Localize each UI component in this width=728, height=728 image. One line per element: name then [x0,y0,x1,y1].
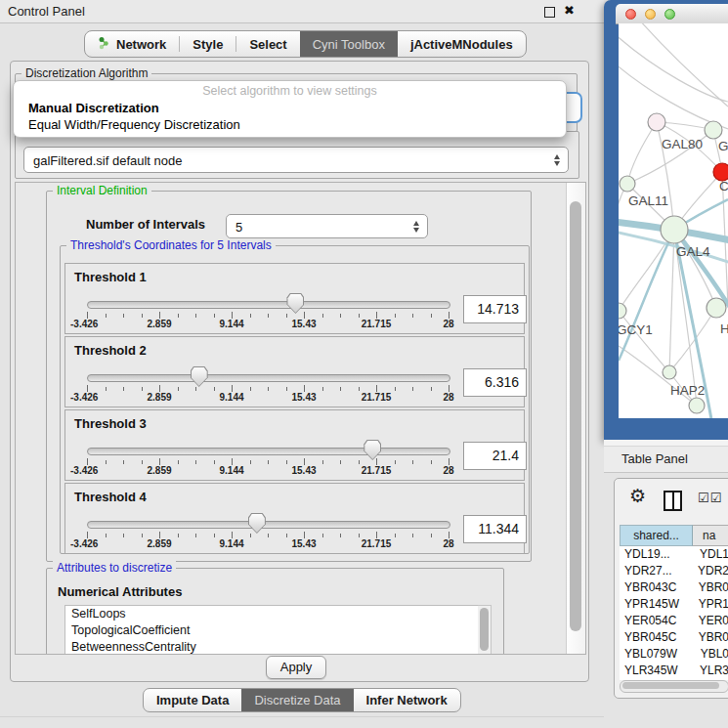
zoom-traffic-light-icon[interactable] [664,9,675,20]
network-node-gal11[interactable] [620,176,635,192]
threshold-value-field[interactable]: 6.316 [463,368,527,397]
tick-mark [195,460,196,464]
threshold-slider-track[interactable] [87,448,450,455]
checkbox-columns-icon[interactable]: ☑☑ [698,491,722,505]
network-node-gcy1[interactable] [619,303,626,319]
tab-infer-network[interactable]: Infer Network [354,689,460,711]
attribute-list-item[interactable]: TopologicalCoefficient [65,622,479,639]
tick-mark [195,534,196,537]
cell-shared-name[interactable]: YBL079W [620,646,693,663]
close-traffic-light-icon[interactable] [625,9,636,20]
network-node[interactable] [689,398,705,413]
network-node-gal[interactable] [705,121,722,139]
cell-shared-name[interactable]: YDL19... [620,546,692,563]
number-of-intervals-combobox[interactable]: 5 [226,214,428,238]
tick-mark [232,458,233,465]
network-canvas[interactable]: GAL80GALCGAL11GAL4GCY1HHAP2 [619,23,728,418]
cell-name[interactable]: YER0 [691,613,728,629]
network-window-titlebar[interactable] [616,4,728,24]
tick-label: 9.144 [219,538,243,549]
minimize-traffic-light-icon[interactable] [645,9,656,20]
float-window-icon[interactable] [544,7,555,18]
settings-scrollbar-thumb[interactable] [570,201,581,631]
settings-scrollbar[interactable] [566,183,585,654]
table-row[interactable]: YDL19...YDL1 [620,546,728,563]
tab-impute-data[interactable]: Impute Data [144,689,241,711]
tab-label: jActiveMNodules [410,37,513,52]
table-horizontal-scrollbar[interactable] [620,680,728,693]
tick-mark [286,387,287,391]
cell-name[interactable]: YBR0 [691,579,728,596]
tab-jactivemnodules[interactable]: jActiveMNodules [398,31,526,57]
tick-mark [395,460,396,464]
network-node-gal80[interactable] [648,113,665,131]
table-hscrollbar-thumb[interactable] [622,682,719,689]
cell-name[interactable]: YDR2 [690,563,728,579]
network-node-hap2[interactable] [663,365,676,379]
gear-icon[interactable]: ⚙ [629,485,646,506]
threshold-value-field[interactable]: 11.344 [463,515,527,543]
tick-mark [412,534,413,537]
tick-mark [376,532,377,538]
cell-shared-name[interactable]: YDR27... [620,563,690,579]
threshold-slider-thumb[interactable] [364,440,381,460]
table-row[interactable]: YDR27...YDR2 [620,563,728,579]
network-node-gal4[interactable] [661,216,688,243]
attribute-list-item[interactable]: SelfLoops [65,606,479,622]
attribute-list-item[interactable]: BetweennessCentrality [65,639,479,655]
table-row[interactable]: YER054CYER0 [620,613,728,629]
threshold-slider-track[interactable] [87,521,450,529]
tab-label: Cyni Toolbox [313,37,385,52]
network-node-h[interactable] [707,298,726,318]
table-row[interactable]: YBR045CYBR0 [620,629,728,646]
slider-tick-labels: -3.4262.8599.14415.4321.71528 [65,538,524,550]
network-view-window[interactable]: GAL80GALCGAL11GAL4GCY1HHAP2 [604,0,728,440]
tick-label: -3.426 [70,319,98,329]
apply-button[interactable]: Apply [266,656,326,679]
attributes-scrollbar-thumb[interactable] [480,608,489,651]
table-row[interactable]: YPR145WYPR1 [620,596,728,613]
tick-mark [87,532,88,538]
tick-label: 28 [443,465,453,476]
close-icon[interactable]: ✖ [564,3,575,18]
tick-mark [178,314,179,318]
tab-network[interactable]: Network [85,31,179,57]
table-data-combobox[interactable]: galFiltered.sif default node [23,147,569,173]
cell-shared-name[interactable]: YBR045C [620,629,691,646]
tab-style[interactable]: Style [180,31,236,57]
dropdown-option-equal-width-frequency[interactable]: Equal Width/Frequency Discretization [28,117,240,132]
cell-name[interactable]: YBL0 [693,646,728,663]
threshold-slider-track[interactable] [87,374,450,382]
threshold-slider-thumb[interactable] [248,513,266,534]
table-row[interactable]: YBL079WYBL0 [620,646,728,663]
attributes-list-scrollbar[interactable] [478,605,492,655]
table-row[interactable]: YLR345WYLR3 [620,663,728,679]
cell-name[interactable]: YBR0 [691,629,728,646]
tab-cyni-toolbox[interactable]: Cyni Toolbox [300,31,398,57]
threshold-value-field[interactable]: 21.4 [463,442,527,470]
cell-shared-name[interactable]: YER054C [620,613,691,629]
threshold-slider-thumb[interactable] [286,293,304,314]
numerical-attributes-list[interactable]: SelfLoopsTopologicalCoefficientBetweenne… [64,605,480,655]
tab-discretize-data[interactable]: Discretize Data [241,689,353,711]
tick-mark [214,534,215,537]
dropdown-option-manual-discretization[interactable]: Manual Discretization [28,101,159,115]
tick-mark [449,385,450,392]
threshold-slider-track[interactable] [87,301,450,309]
cell-shared-name[interactable]: YBR043C [620,579,691,596]
table-row[interactable]: YBR043CYBR0 [620,579,728,596]
tick-mark [106,387,107,391]
split-columns-icon[interactable] [664,491,682,511]
cell-name[interactable]: YDL1 [692,546,728,563]
cell-shared-name[interactable]: YLR345W [620,663,692,679]
threshold-slider-thumb[interactable] [191,366,208,387]
column-header-shared[interactable]: shared... [620,525,693,546]
cell-name[interactable]: YPR1 [691,596,728,613]
column-header-name[interactable]: na [693,525,728,546]
tick-mark [431,460,432,464]
cell-name[interactable]: YLR3 [692,663,728,679]
tab-select[interactable]: Select [236,31,299,57]
cell-shared-name[interactable]: YPR145W [620,596,691,613]
tick-mark [123,534,124,537]
threshold-value-field[interactable]: 14.713 [463,295,527,323]
